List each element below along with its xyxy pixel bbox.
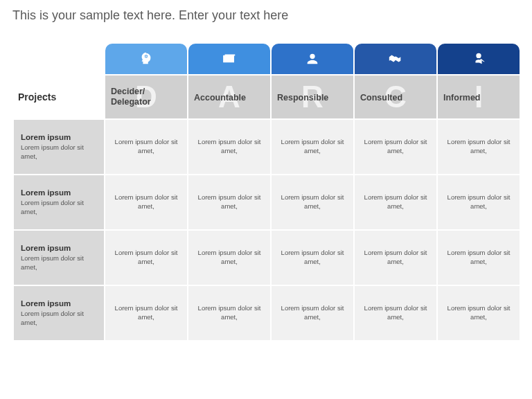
project-title: Lorem ipsum — [21, 188, 97, 197]
cell: Lorem ipsum dolor sit amet, — [188, 286, 270, 340]
header-responsible-label: Responsible — [277, 93, 328, 103]
header-projects-label: Projects — [18, 91, 56, 103]
project-sub: Lorem ipsum dolor sit amet, — [21, 310, 97, 327]
cell: Lorem ipsum dolor sit amet, — [355, 231, 436, 285]
cell: Lorem ipsum dolor sit amet, — [355, 286, 436, 340]
money-icon — [222, 51, 237, 66]
cell: Lorem ipsum dolor sit amet, — [188, 120, 270, 174]
cell: Lorem ipsum dolor sit amet, — [272, 120, 353, 174]
cell: Lorem ipsum dolor sit amet, — [272, 231, 353, 285]
header-row: Projects D Decider/Delegator A Accountab… — [14, 76, 520, 118]
cell: Lorem ipsum dolor sit amet, — [272, 175, 353, 229]
person-icon — [305, 51, 320, 66]
project-title: Lorem ipsum — [21, 299, 97, 308]
header-decider-label: Decider/Delegator — [111, 87, 151, 107]
cell: Lorem ipsum dolor sit amet, — [355, 120, 436, 174]
header-informed-label: Informed — [443, 93, 480, 103]
cell: Lorem ipsum dolor sit amet, — [355, 175, 436, 229]
cell: Lorem ipsum dolor sit amet, — [105, 120, 187, 174]
table-row: Lorem ipsum Lorem ipsum dolor sit amet, … — [14, 231, 520, 285]
cell: Lorem ipsum dolor sit amet, — [438, 286, 520, 340]
cell: Lorem ipsum dolor sit amet, — [188, 231, 270, 285]
project-cell: Lorem ipsum Lorem ipsum dolor sit amet, — [14, 175, 104, 229]
project-sub: Lorem ipsum dolor sit amet, — [21, 254, 97, 272]
cell: Lorem ipsum dolor sit amet, — [272, 286, 353, 340]
head-gear-icon — [139, 51, 154, 66]
cell: Lorem ipsum dolor sit amet, — [105, 175, 187, 229]
header-projects: Projects — [14, 76, 104, 118]
cell: Lorem ipsum dolor sit amet, — [188, 175, 270, 229]
cell: Lorem ipsum dolor sit amet, — [438, 231, 520, 285]
page-title[interactable]: This is your sample text here. Enter you… — [12, 8, 520, 23]
cell: Lorem ipsum dolor sit amet, — [438, 175, 520, 229]
megaphone-icon — [471, 51, 486, 66]
header-responsible: R Responsible — [272, 76, 353, 118]
table-row: Lorem ipsum Lorem ipsum dolor sit amet, … — [14, 286, 520, 340]
column-icon-consulted — [355, 44, 436, 74]
project-sub: Lorem ipsum dolor sit amet, — [21, 143, 97, 161]
header-decider: D Decider/Delegator — [105, 76, 187, 118]
cell: Lorem ipsum dolor sit amet, — [438, 120, 520, 174]
handshake-icon — [388, 51, 403, 66]
project-title: Lorem ipsum — [21, 133, 97, 141]
icon-row — [14, 44, 520, 74]
header-consulted: C Consulted — [355, 76, 436, 118]
column-icon-accountable — [188, 44, 270, 74]
project-cell: Lorem ipsum Lorem ipsum dolor sit amet, — [14, 286, 104, 340]
header-consulted-label: Consulted — [360, 93, 402, 103]
header-accountable: A Accountable — [188, 76, 270, 118]
cell: Lorem ipsum dolor sit amet, — [105, 286, 187, 340]
table-row: Lorem ipsum Lorem ipsum dolor sit amet, … — [14, 175, 520, 229]
column-icon-informed — [438, 44, 520, 74]
column-icon-decider — [105, 44, 187, 74]
project-sub: Lorem ipsum dolor sit amet, — [21, 199, 97, 216]
header-informed: I Informed — [438, 76, 520, 118]
table-row: Lorem ipsum Lorem ipsum dolor sit amet, … — [14, 120, 520, 174]
project-cell: Lorem ipsum Lorem ipsum dolor sit amet, — [14, 231, 104, 285]
cell: Lorem ipsum dolor sit amet, — [105, 231, 187, 285]
project-cell: Lorem ipsum Lorem ipsum dolor sit amet, — [14, 120, 104, 174]
icon-row-spacer — [14, 44, 104, 74]
project-title: Lorem ipsum — [21, 244, 97, 252]
darci-table: Projects D Decider/Delegator A Accountab… — [12, 42, 521, 342]
header-accountable-label: Accountable — [194, 93, 246, 103]
slide: This is your sample text here. Enter you… — [0, 0, 532, 399]
column-icon-responsible — [272, 44, 353, 74]
